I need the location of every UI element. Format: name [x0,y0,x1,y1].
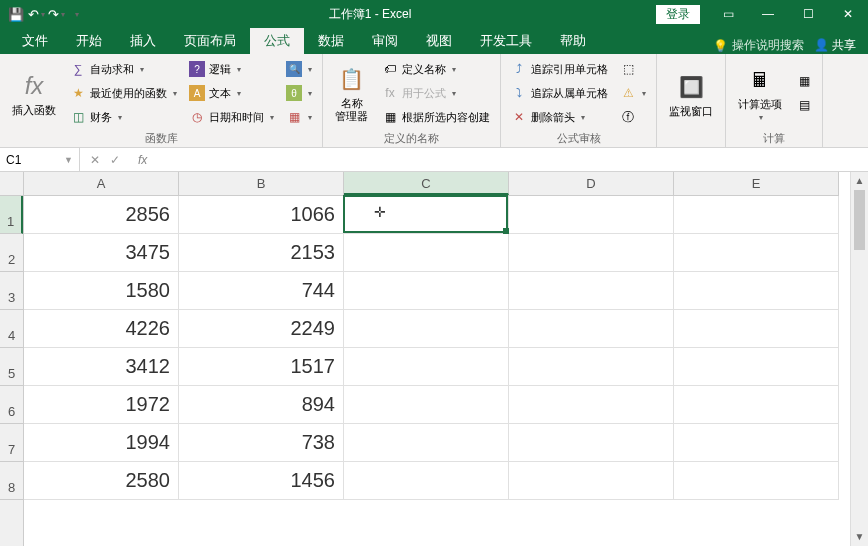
tab-page-layout[interactable]: 页面布局 [170,28,250,54]
cell[interactable] [509,196,674,234]
undo-icon[interactable]: ↶▾ [28,6,44,22]
cell[interactable] [344,310,509,348]
share-button[interactable]: 👤 共享 [814,37,856,54]
insert-function-button[interactable]: fx 插入函数 [6,57,62,129]
tab-home[interactable]: 开始 [62,28,116,54]
cell[interactable] [509,386,674,424]
column-header[interactable]: D [509,172,674,195]
column-header[interactable]: A [24,172,179,195]
login-button[interactable]: 登录 [656,5,700,24]
tab-help[interactable]: 帮助 [546,28,600,54]
cell[interactable] [674,196,839,234]
tab-developer[interactable]: 开发工具 [466,28,546,54]
cell[interactable]: 2856 [24,196,179,234]
remove-arrows-button[interactable]: ✕删除箭头▾ [507,106,612,128]
save-icon[interactable]: 💾 [8,6,24,22]
scroll-down-icon[interactable]: ▼ [851,528,868,546]
cell[interactable]: 1456 [179,462,344,500]
tell-me-search[interactable]: 💡 操作说明搜索 [713,37,804,54]
cell[interactable] [674,462,839,500]
row-header[interactable]: 7 [0,424,23,462]
logical-button[interactable]: ?逻辑▾ [185,58,278,80]
tab-view[interactable]: 视图 [412,28,466,54]
qat-customize-icon[interactable]: ▾ [68,6,84,22]
create-from-selection-button[interactable]: ▦根据所选内容创建 [378,106,494,128]
cell[interactable] [344,386,509,424]
ribbon-options-icon[interactable]: ▭ [708,0,748,28]
watch-window-button[interactable]: 🔲 监视窗口 [663,57,719,132]
cell[interactable] [674,310,839,348]
vertical-scrollbar[interactable]: ▲ ▼ [850,172,868,546]
cell[interactable] [509,348,674,386]
cell[interactable] [674,348,839,386]
column-header[interactable]: C [344,172,509,195]
tab-formulas[interactable]: 公式 [250,28,304,54]
name-manager-button[interactable]: 📋 名称 管理器 [329,57,374,129]
cell[interactable] [674,424,839,462]
column-header[interactable]: B [179,172,344,195]
cells-area[interactable]: 2856106634752153158074442262249341215171… [24,196,850,546]
scroll-up-icon[interactable]: ▲ [851,172,868,190]
row-header[interactable]: 3 [0,272,23,310]
cell[interactable] [674,272,839,310]
cell[interactable]: 2153 [179,234,344,272]
cell[interactable] [344,196,509,234]
cell[interactable]: 738 [179,424,344,462]
tab-insert[interactable]: 插入 [116,28,170,54]
cell[interactable]: 2249 [179,310,344,348]
use-in-formula-button[interactable]: fx用于公式▾ [378,82,494,104]
cell[interactable] [344,348,509,386]
financial-button[interactable]: ◫财务▾ [66,106,181,128]
trace-dependents-button[interactable]: ⤵追踪从属单元格 [507,82,612,104]
datetime-button[interactable]: ◷日期和时间▾ [185,106,278,128]
minimize-icon[interactable]: — [748,0,788,28]
cell[interactable]: 3412 [24,348,179,386]
enter-formula-icon[interactable]: ✓ [110,153,120,167]
text-button[interactable]: A文本▾ [185,82,278,104]
cell[interactable]: 894 [179,386,344,424]
cell[interactable]: 744 [179,272,344,310]
cell[interactable] [509,424,674,462]
cell[interactable] [344,424,509,462]
cell[interactable]: 1066 [179,196,344,234]
name-box[interactable]: C1 ▼ [0,148,80,171]
error-checking-button[interactable]: ⚠▾ [616,82,650,104]
cell[interactable]: 1517 [179,348,344,386]
cell[interactable]: 1994 [24,424,179,462]
lookup-button[interactable]: 🔍▾ [282,58,316,80]
fx-icon[interactable]: fx [130,153,147,167]
row-header[interactable]: 2 [0,234,23,272]
show-formulas-button[interactable]: ⬚ [616,58,650,80]
close-icon[interactable]: ✕ [828,0,868,28]
calc-now-button[interactable]: ▦ [792,70,816,92]
cell[interactable] [674,386,839,424]
row-header[interactable]: 8 [0,462,23,500]
calculation-options-button[interactable]: 🖩 计算选项 ▾ [732,57,788,129]
tab-data[interactable]: 数据 [304,28,358,54]
autosum-button[interactable]: ∑自动求和▾ [66,58,181,80]
cell[interactable] [674,234,839,272]
row-header[interactable]: 1 [0,196,23,234]
column-header[interactable]: E [674,172,839,195]
recently-used-button[interactable]: ★最近使用的函数▾ [66,82,181,104]
select-all-corner[interactable] [0,172,24,196]
cell[interactable]: 4226 [24,310,179,348]
cell[interactable] [344,234,509,272]
cancel-formula-icon[interactable]: ✕ [90,153,100,167]
tab-file[interactable]: 文件 [8,28,62,54]
more-functions-button[interactable]: ▦▾ [282,106,316,128]
row-header[interactable]: 5 [0,348,23,386]
cell[interactable] [344,272,509,310]
trace-precedents-button[interactable]: ⤴追踪引用单元格 [507,58,612,80]
scroll-thumb[interactable] [854,190,865,250]
define-name-button[interactable]: 🏷定义名称▾ [378,58,494,80]
redo-icon[interactable]: ↷▾ [48,6,64,22]
row-header[interactable]: 6 [0,386,23,424]
row-header[interactable]: 4 [0,310,23,348]
cell[interactable] [509,310,674,348]
cell[interactable] [509,272,674,310]
cell[interactable]: 3475 [24,234,179,272]
cell[interactable] [509,462,674,500]
math-button[interactable]: θ▾ [282,82,316,104]
cell[interactable]: 1580 [24,272,179,310]
